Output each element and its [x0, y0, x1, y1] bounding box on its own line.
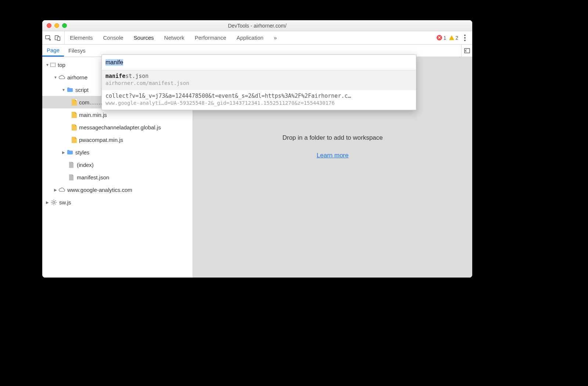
tree-label: (index) — [77, 162, 94, 168]
tree-label: pwacompat.min.js — [79, 137, 123, 143]
panel-tabs: Elements Console Sources Network Perform… — [65, 31, 282, 44]
folder-icon — [67, 86, 73, 93]
minimize-window-button[interactable] — [54, 23, 59, 28]
match-highlight: manife — [105, 73, 125, 79]
tree-folder-styles[interactable]: ▶ styles — [42, 146, 193, 158]
tree-label: main.min.js — [79, 112, 107, 118]
result-path: airhorner.com/manifest.json — [105, 80, 412, 87]
warning-count-badge[interactable]: 2 — [449, 35, 458, 41]
tree-label: messagechanneladapter.global.js — [79, 124, 161, 131]
tree-service-worker[interactable]: ▶ sw.js — [42, 196, 193, 208]
tree-file-js[interactable]: pwacompat.min.js — [42, 133, 193, 146]
close-window-button[interactable] — [47, 23, 51, 28]
input-selected-text: manife — [105, 59, 123, 66]
folder-icon — [67, 149, 73, 156]
titlebar: DevTools - airhorner.com/ — [42, 20, 472, 31]
caret-down-icon: ▼ — [53, 75, 58, 79]
open-file-palette: manife manifest.json airhorner.com/manif… — [101, 54, 416, 110]
tab-sources[interactable]: Sources — [129, 31, 159, 44]
tree-file-manifest[interactable]: manifest.json — [42, 171, 193, 183]
tree-file-js[interactable]: messagechanneladapter.global.js — [42, 121, 193, 133]
window-title: DevTools - airhorner.com/ — [42, 23, 472, 29]
frame-icon — [50, 63, 55, 67]
navtab-filesystem[interactable]: Filesys — [64, 44, 90, 57]
settings-menu-button[interactable] — [461, 35, 469, 41]
warning-count: 2 — [455, 35, 458, 41]
svg-point-4 — [53, 201, 54, 203]
tree-file-index[interactable]: (index) — [42, 158, 193, 171]
caret-right-icon: ▶ — [53, 188, 58, 192]
tabs-overflow[interactable]: » — [269, 31, 282, 44]
tree-label: manifest.json — [77, 174, 109, 181]
main-toolbar: Elements Console Sources Network Perform… — [42, 31, 472, 44]
palette-result[interactable]: manifest.json airhorner.com/manifest.jso… — [102, 70, 416, 90]
tab-console[interactable]: Console — [98, 31, 129, 44]
error-count: 1 — [443, 35, 446, 41]
file-icon — [68, 161, 75, 168]
tree-label: www.google-analytics.com — [67, 187, 132, 193]
tree-label: sw.js — [59, 199, 71, 205]
open-file-input[interactable]: manife — [102, 55, 416, 70]
js-file-icon — [72, 124, 77, 131]
learn-more-link[interactable]: Learn more — [317, 152, 349, 159]
svg-rect-2 — [57, 37, 60, 40]
tab-elements[interactable]: Elements — [65, 31, 98, 44]
svg-rect-0 — [46, 35, 50, 39]
match-rest: st.json — [125, 73, 148, 79]
tree-label: script — [75, 87, 89, 93]
traffic-lights — [42, 23, 67, 28]
cloud-icon — [58, 74, 65, 81]
caret-down-icon: ▼ — [45, 63, 50, 67]
tab-performance[interactable]: Performance — [190, 31, 232, 44]
caret-right-icon: ▶ — [45, 200, 50, 204]
error-icon: ✕ — [437, 35, 442, 40]
navtab-page[interactable]: Page — [42, 44, 64, 57]
tree-label: styles — [75, 149, 89, 156]
tab-application[interactable]: Application — [232, 31, 269, 44]
js-file-icon — [72, 99, 77, 106]
tree-domain-ga[interactable]: ▶ www.google-analytics.com — [42, 183, 193, 196]
result-title: collect?v=1&_v=j73&a=1244478500&t=event&… — [105, 92, 412, 100]
error-count-badge[interactable]: ✕ 1 — [437, 35, 446, 41]
caret-down-icon: ▼ — [61, 88, 66, 92]
tree-label: airhorne — [67, 74, 87, 81]
js-file-icon — [72, 137, 77, 143]
file-icon — [68, 174, 75, 181]
js-file-icon — [72, 112, 77, 118]
gear-icon — [50, 199, 57, 205]
result-path: www.google-analyti…d=UA-59325548-2&_gid=… — [105, 100, 412, 107]
warning-icon — [449, 35, 454, 40]
palette-result[interactable]: collect?v=1&_v=j73&a=1244478500&t=event&… — [102, 90, 416, 110]
cloud-icon — [58, 186, 65, 193]
devtools-window: DevTools - airhorner.com/ Elements Conso… — [42, 20, 472, 278]
inspect-element-icon[interactable] — [44, 34, 52, 42]
maximize-window-button[interactable] — [62, 23, 67, 28]
device-toolbar-icon[interactable] — [54, 34, 61, 42]
tree-label: top — [58, 62, 65, 68]
tab-network[interactable]: Network — [159, 31, 190, 44]
toggle-debugger-sidebar-button[interactable] — [461, 44, 472, 57]
workspace-drop-hint: Drop in a folder to add to workspace — [282, 134, 383, 142]
caret-right-icon: ▶ — [61, 150, 66, 154]
